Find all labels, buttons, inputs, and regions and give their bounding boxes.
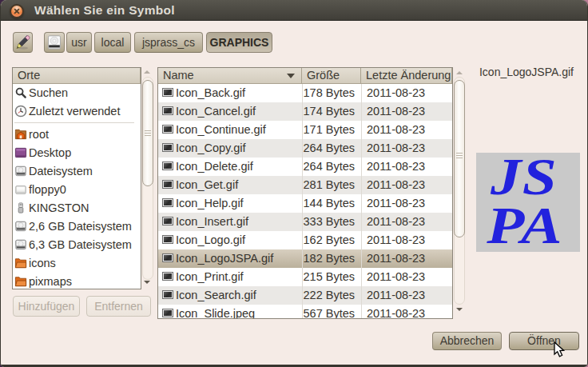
svg-text:PA: PA (486, 196, 562, 252)
